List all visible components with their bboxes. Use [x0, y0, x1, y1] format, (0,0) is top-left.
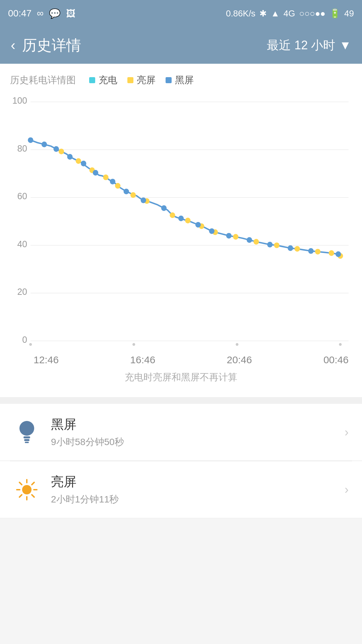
svg-point-53 — [19, 421, 34, 436]
x-label-1: 16:46 — [130, 354, 155, 366]
dropdown-icon: ▼ — [339, 38, 351, 52]
chart-svg: 100 80 60 40 20 0 — [10, 97, 352, 352]
svg-point-30 — [295, 246, 300, 252]
status-bluetooth-icon: ✱ — [259, 8, 267, 19]
svg-point-27 — [233, 234, 238, 240]
svg-line-65 — [19, 495, 22, 497]
svg-point-31 — [315, 249, 320, 255]
svg-point-52 — [336, 251, 341, 257]
usage-list: 黑屏 9小时58分钟50秒 › — [0, 404, 362, 518]
legend-item-charging: 充电 — [89, 74, 117, 87]
svg-point-23 — [170, 212, 175, 218]
svg-rect-54 — [23, 436, 30, 438]
header-left: ‹ 历史详情 — [11, 36, 81, 55]
svg-point-37 — [67, 154, 72, 160]
svg-point-34 — [28, 137, 33, 143]
svg-point-57 — [22, 485, 32, 494]
legend-dot-bright — [127, 77, 133, 83]
svg-point-47 — [226, 233, 232, 238]
legend-dot-charging — [89, 77, 95, 83]
list-item-black-screen[interactable]: 黑屏 9小时58分钟50秒 › — [0, 404, 362, 461]
svg-text:80: 80 — [17, 143, 27, 154]
svg-point-16 — [59, 149, 64, 154]
svg-point-29 — [274, 243, 279, 248]
svg-rect-56 — [25, 442, 29, 443]
svg-line-63 — [32, 495, 34, 497]
svg-text:0: 0 — [22, 334, 27, 345]
back-button[interactable]: ‹ — [11, 37, 15, 53]
svg-line-64 — [32, 482, 34, 485]
chart-note: 充电时亮屏和黑屏不再计算 — [10, 371, 352, 384]
svg-point-17 — [76, 158, 81, 164]
svg-point-50 — [288, 245, 293, 251]
legend-title: 历史耗电详情图 — [10, 74, 76, 87]
bright-screen-duration: 2小时1分钟11秒 — [51, 493, 334, 506]
svg-point-36 — [54, 146, 59, 152]
svg-point-43 — [161, 205, 167, 211]
svg-point-19 — [103, 174, 108, 180]
black-screen-arrow: › — [345, 425, 349, 439]
svg-point-41 — [124, 189, 129, 194]
header-filter[interactable]: 最近 12 小时 ▼ — [267, 37, 351, 54]
legend-item-black: 黑屏 — [166, 74, 194, 87]
svg-point-20 — [115, 183, 120, 189]
status-image-icon: 🖼 — [66, 8, 75, 19]
svg-point-39 — [93, 170, 98, 176]
svg-point-46 — [209, 228, 215, 234]
chart-section: 历史耗电详情图 充电 亮屏 黑屏 100 80 60 40 20 — [0, 64, 362, 397]
svg-point-13 — [132, 343, 135, 346]
bright-screen-title: 亮屏 — [51, 473, 334, 490]
bright-screen-icon — [13, 476, 40, 503]
header: ‹ 历史详情 最近 12 小时 ▼ — [0, 27, 362, 64]
x-axis-labels: 12:46 16:46 20:46 00:46 — [10, 354, 352, 366]
svg-point-21 — [130, 192, 136, 198]
chart-legend: 历史耗电详情图 充电 亮屏 黑屏 — [10, 74, 352, 87]
svg-rect-55 — [24, 439, 29, 441]
status-time: 00:47 — [8, 8, 32, 19]
svg-text:20: 20 — [17, 287, 27, 297]
x-label-3: 00:46 — [323, 354, 349, 366]
svg-text:40: 40 — [17, 239, 27, 249]
svg-point-38 — [81, 161, 86, 166]
status-right: 0.86K/s ✱ ▲ 4G ○○○●● 🔋 49 — [226, 8, 354, 19]
status-loop-icon: ∞ — [37, 8, 44, 19]
svg-point-42 — [141, 198, 146, 203]
page-title: 历史详情 — [22, 36, 81, 55]
bright-screen-arrow: › — [345, 483, 349, 497]
legend-item-bright: 亮屏 — [127, 74, 156, 87]
svg-point-35 — [42, 142, 47, 147]
black-screen-duration: 9小时58分钟50秒 — [51, 436, 334, 448]
status-battery-percent: 49 — [344, 8, 354, 19]
battery-chart: 100 80 60 40 20 0 — [10, 97, 352, 352]
svg-point-28 — [253, 239, 259, 245]
legend-dot-black — [166, 77, 172, 83]
status-speed: 0.86K/s — [226, 8, 255, 19]
status-bar: 00:47 ∞ 💬 🖼 0.86K/s ✱ ▲ 4G ○○○●● 🔋 49 — [0, 0, 362, 27]
status-signal-icon: ○○○●● — [299, 8, 326, 19]
legend-label-black: 黑屏 — [175, 74, 194, 87]
svg-point-12 — [29, 343, 32, 346]
svg-point-49 — [267, 242, 273, 248]
filter-label: 最近 12 小时 — [267, 37, 335, 54]
x-label-2: 20:46 — [227, 354, 252, 366]
svg-point-51 — [308, 248, 313, 254]
svg-text:60: 60 — [17, 191, 27, 202]
svg-point-44 — [178, 216, 184, 221]
svg-point-24 — [185, 218, 190, 223]
black-screen-title: 黑屏 — [51, 416, 334, 433]
svg-point-14 — [236, 343, 238, 346]
x-label-0: 12:46 — [34, 354, 59, 366]
status-network-icon: 4G — [284, 8, 295, 19]
svg-point-45 — [195, 222, 201, 228]
status-message-icon: 💬 — [49, 8, 61, 19]
status-left: 00:47 ∞ 💬 🖼 — [8, 8, 75, 19]
legend-label-charging: 充电 — [99, 74, 117, 87]
section-divider — [0, 397, 362, 404]
svg-point-48 — [247, 237, 252, 243]
status-wifi-icon: ▲ — [271, 8, 280, 19]
black-screen-icon — [13, 419, 40, 446]
svg-point-15 — [339, 343, 342, 346]
svg-point-40 — [110, 179, 115, 184]
svg-text:100: 100 — [12, 97, 27, 106]
list-item-bright-screen[interactable]: 亮屏 2小时1分钟11秒 › — [0, 461, 362, 518]
